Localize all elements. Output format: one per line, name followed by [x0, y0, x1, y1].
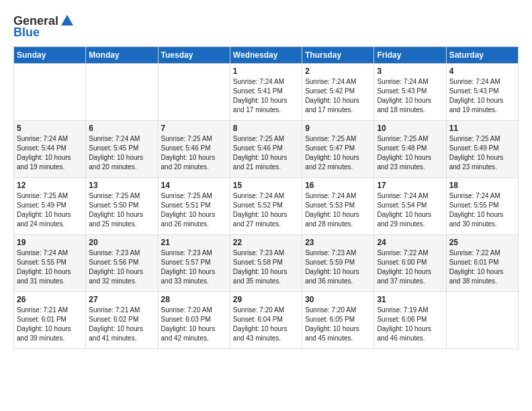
day-number: 11: [449, 124, 515, 133]
day-number: 15: [233, 181, 299, 190]
day-cell: 24Sunrise: 7:22 AM Sunset: 6:00 PM Dayli…: [374, 235, 446, 292]
day-number: 19: [17, 238, 83, 247]
weekday-header-thursday: Thursday: [302, 47, 374, 64]
day-number: 23: [305, 238, 371, 247]
day-number: 31: [377, 295, 443, 304]
day-info: Sunrise: 7:20 AM Sunset: 6:04 PM Dayligh…: [233, 306, 299, 343]
day-cell: 28Sunrise: 7:20 AM Sunset: 6:03 PM Dayli…: [158, 292, 230, 349]
day-cell: 8Sunrise: 7:25 AM Sunset: 5:46 PM Daylig…: [230, 121, 302, 178]
day-cell: 23Sunrise: 7:23 AM Sunset: 5:59 PM Dayli…: [302, 235, 374, 292]
day-cell: 15Sunrise: 7:24 AM Sunset: 5:52 PM Dayli…: [230, 178, 302, 235]
day-cell: 26Sunrise: 7:21 AM Sunset: 6:01 PM Dayli…: [14, 292, 86, 349]
day-number: 1: [233, 66, 299, 76]
day-number: 14: [161, 181, 227, 190]
day-cell: 9Sunrise: 7:25 AM Sunset: 5:47 PM Daylig…: [302, 121, 374, 178]
day-number: 2: [305, 66, 371, 76]
day-info: Sunrise: 7:22 AM Sunset: 6:00 PM Dayligh…: [377, 248, 443, 286]
day-info: Sunrise: 7:23 AM Sunset: 5:56 PM Dayligh…: [89, 248, 154, 286]
day-info: Sunrise: 7:25 AM Sunset: 5:46 PM Dayligh…: [233, 134, 299, 172]
day-number: 10: [377, 124, 443, 133]
day-info: Sunrise: 7:25 AM Sunset: 5:51 PM Dayligh…: [161, 191, 227, 229]
day-info: Sunrise: 7:19 AM Sunset: 6:06 PM Dayligh…: [377, 306, 443, 343]
day-number: 9: [305, 124, 371, 133]
logo: General Blue: [13, 13, 75, 40]
day-number: 5: [17, 124, 83, 133]
logo-icon: [60, 13, 75, 28]
weekday-header-wednesday: Wednesday: [230, 47, 302, 64]
day-info: Sunrise: 7:24 AM Sunset: 5:52 PM Dayligh…: [233, 191, 299, 229]
day-cell: 3Sunrise: 7:24 AM Sunset: 5:43 PM Daylig…: [374, 64, 446, 121]
day-info: Sunrise: 7:25 AM Sunset: 5:50 PM Dayligh…: [89, 191, 154, 229]
day-number: 12: [17, 181, 83, 190]
day-number: 26: [17, 295, 83, 304]
day-cell: 30Sunrise: 7:20 AM Sunset: 6:05 PM Dayli…: [302, 292, 374, 349]
day-info: Sunrise: 7:25 AM Sunset: 5:46 PM Dayligh…: [161, 134, 227, 172]
day-cell: 12Sunrise: 7:25 AM Sunset: 5:49 PM Dayli…: [14, 178, 86, 235]
day-cell: 14Sunrise: 7:25 AM Sunset: 5:51 PM Dayli…: [158, 178, 230, 235]
day-cell: 19Sunrise: 7:24 AM Sunset: 5:55 PM Dayli…: [14, 235, 86, 292]
day-cell: [86, 64, 158, 121]
day-number: 7: [161, 124, 227, 133]
day-number: 22: [233, 238, 299, 247]
day-cell: 16Sunrise: 7:24 AM Sunset: 5:53 PM Dayli…: [302, 178, 374, 235]
day-info: Sunrise: 7:24 AM Sunset: 5:55 PM Dayligh…: [449, 191, 515, 229]
weekday-header-saturday: Saturday: [446, 47, 518, 64]
day-cell: 4Sunrise: 7:24 AM Sunset: 5:43 PM Daylig…: [446, 64, 518, 121]
day-number: 25: [449, 238, 515, 247]
day-number: 17: [377, 181, 443, 190]
day-info: Sunrise: 7:24 AM Sunset: 5:55 PM Dayligh…: [17, 248, 83, 286]
day-cell: 17Sunrise: 7:24 AM Sunset: 5:54 PM Dayli…: [374, 178, 446, 235]
day-info: Sunrise: 7:24 AM Sunset: 5:41 PM Dayligh…: [233, 77, 299, 115]
day-info: Sunrise: 7:23 AM Sunset: 5:59 PM Dayligh…: [305, 248, 371, 286]
day-number: 8: [233, 124, 299, 133]
day-info: Sunrise: 7:22 AM Sunset: 6:01 PM Dayligh…: [449, 248, 515, 286]
day-cell: 20Sunrise: 7:23 AM Sunset: 5:56 PM Dayli…: [86, 235, 158, 292]
day-cell: 21Sunrise: 7:23 AM Sunset: 5:57 PM Dayli…: [158, 235, 230, 292]
day-cell: [158, 64, 230, 121]
day-number: 27: [89, 295, 154, 304]
weekday-header-row: SundayMondayTuesdayWednesdayThursdayFrid…: [14, 47, 519, 64]
day-cell: 29Sunrise: 7:20 AM Sunset: 6:04 PM Dayli…: [230, 292, 302, 349]
day-info: Sunrise: 7:21 AM Sunset: 6:01 PM Dayligh…: [17, 306, 83, 343]
day-cell: [446, 292, 518, 349]
day-info: Sunrise: 7:20 AM Sunset: 6:03 PM Dayligh…: [161, 306, 227, 343]
weekday-header-friday: Friday: [374, 47, 446, 64]
day-number: 29: [233, 295, 299, 304]
day-number: 30: [305, 295, 371, 304]
day-cell: [14, 64, 86, 121]
week-row-2: 5Sunrise: 7:24 AM Sunset: 5:44 PM Daylig…: [14, 121, 519, 178]
day-info: Sunrise: 7:21 AM Sunset: 6:02 PM Dayligh…: [89, 306, 154, 343]
day-cell: 31Sunrise: 7:19 AM Sunset: 6:06 PM Dayli…: [374, 292, 446, 349]
day-info: Sunrise: 7:24 AM Sunset: 5:42 PM Dayligh…: [305, 77, 371, 115]
day-number: 4: [449, 66, 515, 76]
day-number: 18: [449, 181, 515, 190]
day-cell: 18Sunrise: 7:24 AM Sunset: 5:55 PM Dayli…: [446, 178, 518, 235]
day-number: 28: [161, 295, 227, 304]
day-cell: 6Sunrise: 7:24 AM Sunset: 5:45 PM Daylig…: [86, 121, 158, 178]
weekday-header-monday: Monday: [86, 47, 158, 64]
day-cell: 11Sunrise: 7:25 AM Sunset: 5:49 PM Dayli…: [446, 121, 518, 178]
day-info: Sunrise: 7:23 AM Sunset: 5:57 PM Dayligh…: [161, 248, 227, 286]
day-number: 24: [377, 238, 443, 247]
day-cell: 25Sunrise: 7:22 AM Sunset: 6:01 PM Dayli…: [446, 235, 518, 292]
svg-marker-0: [61, 15, 73, 26]
day-cell: 2Sunrise: 7:24 AM Sunset: 5:42 PM Daylig…: [302, 64, 374, 121]
day-info: Sunrise: 7:24 AM Sunset: 5:43 PM Dayligh…: [449, 77, 515, 115]
day-number: 20: [89, 238, 154, 247]
day-cell: 7Sunrise: 7:25 AM Sunset: 5:46 PM Daylig…: [158, 121, 230, 178]
day-cell: 27Sunrise: 7:21 AM Sunset: 6:02 PM Dayli…: [86, 292, 158, 349]
day-info: Sunrise: 7:25 AM Sunset: 5:47 PM Dayligh…: [305, 134, 371, 172]
day-cell: 5Sunrise: 7:24 AM Sunset: 5:44 PM Daylig…: [14, 121, 86, 178]
day-info: Sunrise: 7:25 AM Sunset: 5:48 PM Dayligh…: [377, 134, 443, 172]
weekday-header-sunday: Sunday: [14, 47, 86, 64]
weekday-header-tuesday: Tuesday: [158, 47, 230, 64]
day-number: 3: [377, 66, 443, 76]
page-header: General Blue: [13, 13, 519, 40]
day-info: Sunrise: 7:25 AM Sunset: 5:49 PM Dayligh…: [449, 134, 515, 172]
day-number: 13: [89, 181, 154, 190]
day-info: Sunrise: 7:24 AM Sunset: 5:43 PM Dayligh…: [377, 77, 443, 115]
day-info: Sunrise: 7:24 AM Sunset: 5:45 PM Dayligh…: [89, 134, 154, 172]
week-row-5: 26Sunrise: 7:21 AM Sunset: 6:01 PM Dayli…: [14, 292, 519, 349]
day-info: Sunrise: 7:24 AM Sunset: 5:53 PM Dayligh…: [305, 191, 371, 229]
week-row-4: 19Sunrise: 7:24 AM Sunset: 5:55 PM Dayli…: [14, 235, 519, 292]
